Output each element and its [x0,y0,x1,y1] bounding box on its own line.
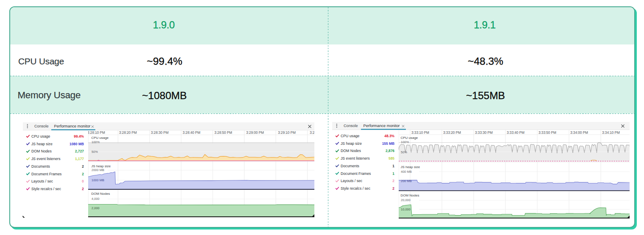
svg-text:400 MB: 400 MB [401,170,412,174]
svg-text:2,876: 2,876 [386,149,394,153]
svg-text:200 MB: 200 MB [401,179,412,183]
svg-text:DOM Nodes: DOM Nodes [31,149,52,153]
svg-text:CPU usage: CPU usage [341,134,360,138]
svg-text:155 MB: 155 MB [382,141,394,146]
svg-text:4,000: 4,000 [92,197,100,201]
svg-text:48.3%: 48.3% [384,134,394,138]
svg-text:2: 2 [392,186,394,191]
svg-text:DOM Nodes: DOM Nodes [341,149,361,153]
svg-text:Document Frames: Document Frames [341,171,371,176]
svg-text:3:29:10 PM: 3:29:10 PM [278,131,296,135]
svg-text:Performance monitor: Performance monitor [364,124,400,128]
svg-text:CPU usage: CPU usage [400,136,418,140]
svg-text:2,000: 2,000 [92,206,100,210]
svg-text:Style recalcs / sec: Style recalcs / sec [341,186,371,191]
svg-text:DOM Nodes: DOM Nodes [400,194,419,197]
svg-text:Console: Console [34,124,49,128]
svg-text:Documents: Documents [31,164,50,169]
svg-text:2: 2 [82,187,84,191]
svg-text:Performance monitor: Performance monitor [54,124,91,128]
svg-text:0: 0 [82,179,84,183]
svg-text:2: 2 [82,172,84,176]
svg-text:JS heap size: JS heap size [341,141,362,146]
svg-text:3:33:20 PM: 3:33:20 PM [443,131,461,135]
svg-text:3:34:10 PM: 3:34:10 PM [602,131,620,135]
svg-text:3:33:10 PM: 3:33:10 PM [411,131,429,135]
svg-text:3:29:00 PM: 3:29:00 PM [246,131,264,135]
svg-text:1080 MB: 1080 MB [69,142,84,146]
svg-text:3:34:00 PM: 3:34:00 PM [570,131,588,135]
svg-text:JS event listeners: JS event listeners [341,156,370,160]
svg-text:2,727: 2,727 [75,149,84,153]
svg-text:100%: 100% [92,140,100,144]
svg-text:10,000: 10,000 [401,207,411,211]
svg-text:JS heap size: JS heap size [31,142,53,146]
svg-text:Style recalcs / sec: Style recalcs / sec [31,187,61,191]
svg-text:Layouts / sec: Layouts / sec [31,179,53,183]
svg-text:50%: 50% [401,150,407,154]
svg-text:3:29: 3:29 [310,131,314,135]
svg-text:Documents: Documents [341,164,360,168]
svg-text:JS heap size: JS heap size [400,165,420,169]
svg-text:JS event listeners: JS event listeners [31,157,61,161]
svg-text:50%: 50% [92,150,98,154]
svg-text:JS heap size: JS heap size [91,164,111,168]
svg-text:3:28:10 PM: 3:28:10 PM [87,131,105,135]
svg-text:100%: 100% [401,140,409,144]
svg-text:Document Frames: Document Frames [31,172,62,176]
svg-text:1000 MB: 1000 MB [92,178,104,182]
svg-text:2: 2 [82,164,84,169]
svg-text:3:28:20 PM: 3:28:20 PM [119,131,137,135]
svg-text:3:33:50 PM: 3:33:50 PM [539,131,556,135]
svg-text:Console: Console [344,124,358,128]
svg-text:2: 2 [392,179,394,183]
svg-text:CPU usage: CPU usage [91,136,108,140]
svg-text:Layouts / sec: Layouts / sec [341,179,363,183]
svg-text:20,000: 20,000 [401,198,411,202]
svg-text:3:28:30 PM: 3:28:30 PM [151,131,169,135]
svg-text:3:28:40 PM: 3:28:40 PM [183,131,200,135]
svg-text:3:33:40 PM: 3:33:40 PM [507,131,525,135]
svg-text:2000 MB: 2000 MB [92,168,104,172]
svg-text:3:33:30 PM: 3:33:30 PM [475,131,493,135]
svg-text:1: 1 [392,171,394,176]
svg-text:CPU usage: CPU usage [31,134,50,138]
svg-text:99.4%: 99.4% [74,134,84,138]
svg-text:DOM Nodes: DOM Nodes [91,192,110,196]
svg-text:1: 1 [392,164,394,168]
svg-text:585: 585 [389,156,394,160]
svg-text:1,177: 1,177 [75,157,84,161]
svg-text:3:28:50 PM: 3:28:50 PM [214,131,232,135]
